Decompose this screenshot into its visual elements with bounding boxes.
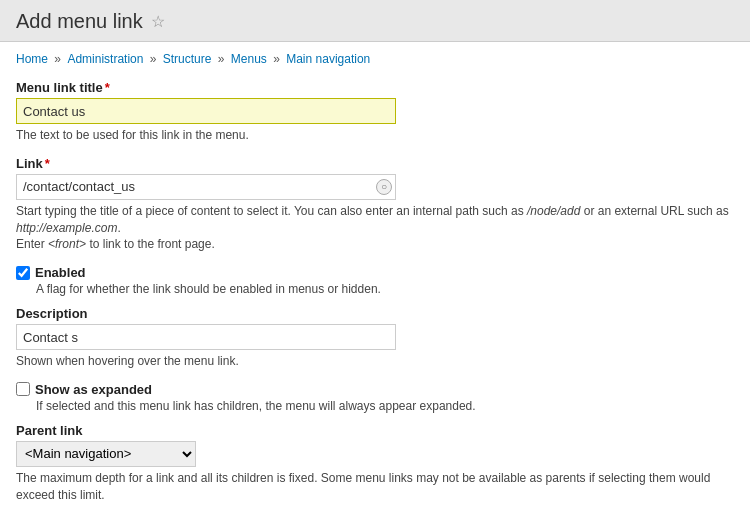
enabled-field: Enabled A flag for whether the link shou… — [16, 265, 734, 296]
menu-link-title-label: Menu link title* — [16, 80, 734, 95]
parent-link-select[interactable]: <Main navigation> — [16, 441, 196, 467]
star-icon[interactable]: ☆ — [151, 12, 165, 31]
breadcrumb-menus[interactable]: Menus — [231, 52, 267, 66]
show-as-expanded-label[interactable]: Show as expanded — [35, 382, 152, 397]
description-label: Description — [16, 306, 734, 321]
link-description: Start typing the title of a piece of con… — [16, 203, 734, 253]
parent-link-description: The maximum depth for a link and all its… — [16, 470, 734, 504]
link-field: Link* ○ Start typing the title of a piec… — [16, 156, 734, 253]
breadcrumb-main-navigation[interactable]: Main navigation — [286, 52, 370, 66]
enabled-label[interactable]: Enabled — [35, 265, 86, 280]
show-as-expanded-description: If selected and this menu link has child… — [36, 399, 734, 413]
description-field-help: Shown when hovering over the menu link. — [16, 353, 734, 370]
link-clear-button[interactable]: ○ — [376, 179, 392, 195]
description-input[interactable] — [16, 324, 396, 350]
link-input-wrap: ○ — [16, 174, 396, 200]
enabled-checkbox[interactable] — [16, 266, 30, 280]
link-label: Link* — [16, 156, 734, 171]
parent-link-field: Parent link <Main navigation> The maximu… — [16, 423, 734, 504]
menu-link-title-description: The text to be used for this link in the… — [16, 127, 734, 144]
show-as-expanded-field: Show as expanded If selected and this me… — [16, 382, 734, 413]
breadcrumb-home[interactable]: Home — [16, 52, 48, 66]
link-input[interactable] — [16, 174, 396, 200]
page-title: Add menu link — [16, 10, 143, 33]
enabled-description: A flag for whether the link should be en… — [36, 282, 734, 296]
menu-link-title-input[interactable] — [16, 98, 396, 124]
show-as-expanded-checkbox[interactable] — [16, 382, 30, 396]
breadcrumb: Home » Administration » Structure » Menu… — [16, 52, 734, 66]
parent-link-label: Parent link — [16, 423, 734, 438]
description-field-group: Description Shown when hovering over the… — [16, 306, 734, 370]
breadcrumb-administration[interactable]: Administration — [67, 52, 143, 66]
breadcrumb-structure[interactable]: Structure — [163, 52, 212, 66]
menu-link-title-field: Menu link title* The text to be used for… — [16, 80, 734, 144]
